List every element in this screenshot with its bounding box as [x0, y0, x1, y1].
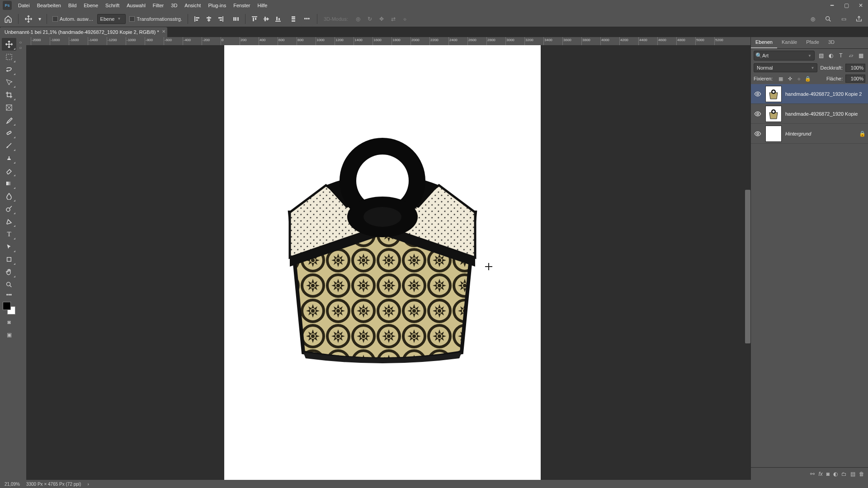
zoom-tool[interactable]	[2, 278, 16, 291]
menu-schrift[interactable]: Schrift	[102, 1, 123, 10]
filter-adjust-icon[interactable]: ◐	[826, 51, 835, 60]
quick-mask-icon[interactable]: ◙	[2, 316, 16, 328]
blend-mode-dropdown[interactable]: Normal ▼	[754, 63, 817, 72]
search-icon[interactable]	[822, 13, 835, 25]
quick-select-tool[interactable]	[2, 76, 16, 89]
auto-select-checkbox[interactable]: Autom. ausw…	[51, 16, 95, 22]
menu-ebene[interactable]: Ebene	[80, 1, 102, 10]
layer-kind-filter-dropdown[interactable]: 🔍 Art ▼	[754, 51, 815, 61]
panel-tab-pfade[interactable]: Pfade	[802, 37, 824, 48]
layer-name[interactable]: handmade-4926872_1920 Kopie 2	[785, 91, 865, 97]
clone-stamp-tool[interactable]	[2, 152, 16, 164]
menu-bearbeiten[interactable]: Bearbeiten	[33, 1, 65, 10]
path-select-tool[interactable]	[2, 240, 16, 253]
dodge-tool[interactable]	[2, 202, 16, 215]
layer-name[interactable]: handmade-4926872_1920 Kopie	[785, 111, 865, 117]
move-tool-indicator-icon[interactable]	[22, 13, 35, 25]
pen-tool[interactable]	[2, 215, 16, 228]
new-layer-icon[interactable]: ▤	[850, 471, 855, 477]
visibility-toggle-icon[interactable]	[754, 90, 762, 98]
auto-select-target-dropdown[interactable]: Ebene ▼	[97, 14, 126, 24]
transform-controls-checkbox[interactable]: Transformationsstrg.	[127, 16, 184, 22]
distribute-vertical-icon[interactable]	[288, 14, 299, 24]
edit-toolbar-icon[interactable]: •••	[2, 291, 16, 299]
screen-mode-icon[interactable]: ▣	[2, 329, 16, 341]
layer-row[interactable]: handmade-4926872_1920 Kopie	[751, 104, 868, 124]
filter-type-icon[interactable]: T	[836, 51, 845, 60]
fill-input[interactable]: 100%	[845, 75, 865, 83]
filter-shape-icon[interactable]: ▱	[846, 51, 855, 60]
layer-mask-icon[interactable]: ◙	[826, 471, 830, 477]
eraser-tool[interactable]	[2, 164, 16, 177]
lock-artboard-icon[interactable]: ⟐	[795, 75, 802, 82]
align-vcenter-icon[interactable]	[261, 14, 272, 24]
close-button[interactable]: ✕	[854, 0, 868, 11]
marquee-tool[interactable]	[2, 51, 16, 63]
foreground-color-swatch[interactable]	[3, 302, 11, 310]
document-canvas[interactable]	[224, 45, 541, 480]
layer-group-icon[interactable]: 🗀	[841, 471, 847, 477]
align-left-icon[interactable]	[192, 14, 203, 24]
menu-fenster[interactable]: Fenster	[230, 1, 254, 10]
type-tool[interactable]: T	[2, 228, 16, 240]
panel-tab-kanäle[interactable]: Kanäle	[777, 37, 802, 48]
brush-tool[interactable]	[2, 139, 16, 152]
lasso-tool[interactable]	[2, 63, 16, 76]
layer-name[interactable]: Hintergrund	[785, 131, 855, 136]
lock-pixels-icon[interactable]: ▦	[777, 75, 784, 82]
menu-plug-ins[interactable]: Plug-ins	[204, 1, 230, 10]
menu-3d[interactable]: 3D	[167, 1, 181, 10]
blur-tool[interactable]	[2, 190, 16, 202]
menu-datei[interactable]: Datei	[14, 1, 33, 10]
layer-thumbnail[interactable]	[765, 86, 782, 102]
align-bottom-icon[interactable]	[273, 14, 283, 24]
adjustment-layer-icon[interactable]: ◐	[833, 471, 838, 477]
distribute-horizontal-icon[interactable]	[231, 14, 241, 24]
filter-pixel-icon[interactable]: ▧	[816, 51, 826, 60]
cloud-search-icon[interactable]: ◎	[807, 13, 819, 25]
visibility-toggle-icon[interactable]	[754, 130, 762, 138]
layer-thumbnail[interactable]	[765, 126, 782, 142]
menu-hilfe[interactable]: Hilfe	[254, 1, 271, 10]
tool-preset-dropdown-icon[interactable]: ▾	[37, 13, 43, 25]
move-tool[interactable]	[2, 38, 16, 51]
panel-tab-3d[interactable]: 3D	[824, 37, 839, 48]
opacity-input[interactable]: 100%	[845, 64, 865, 72]
menu-bild[interactable]: Bild	[65, 1, 80, 10]
align-top-icon[interactable]	[249, 14, 260, 24]
share-icon[interactable]	[853, 13, 865, 25]
visibility-toggle-icon[interactable]	[754, 110, 762, 118]
color-swatches[interactable]	[2, 301, 16, 315]
eyedropper-tool[interactable]	[2, 114, 16, 127]
layer-row[interactable]: Hintergrund🔒	[751, 124, 868, 144]
zoom-level[interactable]: 21,09%	[5, 482, 20, 487]
more-align-options-icon[interactable]: •••	[301, 13, 313, 25]
hand-tool[interactable]	[2, 266, 16, 278]
filter-smart-icon[interactable]: ▦	[856, 51, 865, 60]
vertical-scrollbar[interactable]	[745, 190, 750, 343]
menu-filter[interactable]: Filter	[149, 1, 167, 10]
canvas-viewport[interactable]	[26, 45, 750, 480]
tab-close-icon[interactable]: ✕	[162, 29, 165, 34]
layer-fx-icon[interactable]: fx	[818, 471, 822, 477]
delete-layer-icon[interactable]: 🗑	[859, 471, 864, 477]
menu-ansicht[interactable]: Ansicht	[181, 1, 204, 10]
panel-tab-ebenen[interactable]: Ebenen	[751, 37, 777, 48]
home-button[interactable]	[2, 13, 14, 25]
gradient-tool[interactable]	[2, 177, 16, 190]
layer-thumbnail[interactable]	[765, 106, 782, 122]
maximize-button[interactable]: ▢	[839, 0, 854, 11]
link-layers-icon[interactable]: ⚯	[810, 471, 815, 477]
shape-tool[interactable]	[2, 253, 16, 266]
healing-brush-tool[interactable]	[2, 127, 16, 139]
align-right-icon[interactable]	[215, 14, 226, 24]
minimize-button[interactable]: ━	[825, 0, 839, 11]
layer-row[interactable]: handmade-4926872_1920 Kopie 2	[751, 84, 868, 104]
status-chevron-icon[interactable]: ›	[87, 482, 89, 487]
workspace-switcher-icon[interactable]: ▭	[837, 13, 850, 25]
lock-all-icon[interactable]: 🔒	[804, 75, 811, 82]
menu-auswahl[interactable]: Auswahl	[123, 1, 149, 10]
align-hcenter-icon[interactable]	[203, 14, 214, 24]
frame-tool[interactable]	[2, 101, 16, 114]
crop-tool[interactable]	[2, 89, 16, 101]
